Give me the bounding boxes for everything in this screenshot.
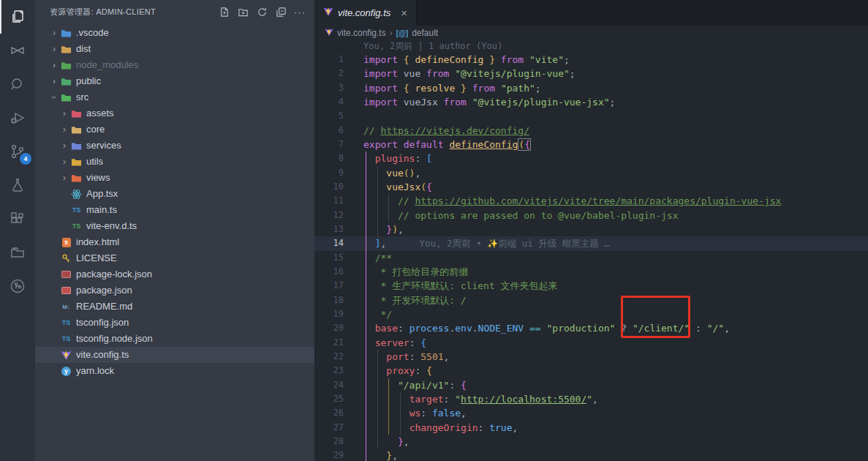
code-line-4[interactable]: 4import vueJsx from "@vitejs/plugin-vue-…	[314, 95, 868, 109]
code-editor[interactable]: You, 2周前 | 1 author (You)1import { defin…	[314, 40, 868, 461]
tree-item-.vscode[interactable]: ›.vscode	[35, 25, 314, 41]
git-graph-icon[interactable]	[0, 269, 35, 303]
new-folder-icon[interactable]	[235, 4, 250, 19]
code-line-16[interactable]: 16 * 打包给目录的前缀	[314, 265, 868, 279]
file-explorer-icon[interactable]	[0, 236, 35, 269]
line-number[interactable]: 17	[314, 279, 344, 293]
tree-item-vite.config.ts[interactable]: vite.config.ts	[35, 347, 314, 363]
chevron-closed-icon[interactable]: ›	[48, 60, 60, 70]
chevron-closed-icon[interactable]: ›	[59, 173, 70, 183]
source-control-icon[interactable]: 4	[0, 135, 35, 168]
refresh-icon[interactable]	[254, 4, 269, 19]
code-line-18[interactable]: 18 * 开发环境默认: /	[314, 293, 868, 307]
line-number[interactable]: 11	[314, 194, 344, 208]
line-number[interactable]: 7	[314, 138, 344, 151]
tree-item-tsconfig.json[interactable]: TStsconfig.json	[35, 315, 314, 331]
tree-item-readme.md[interactable]: M↓README.md	[35, 299, 314, 315]
chevron-closed-icon[interactable]: ›	[59, 124, 70, 135]
chevron-closed-icon[interactable]: ›	[59, 140, 70, 151]
code-line-7[interactable]: 7export default defineConfig({	[314, 138, 868, 151]
line-number[interactable]: 12	[314, 209, 344, 222]
line-number[interactable]: 22	[314, 350, 344, 364]
line-number[interactable]: 29	[314, 449, 344, 461]
chevron-open-icon[interactable]: ›	[49, 91, 59, 103]
line-number[interactable]: 26	[314, 406, 344, 420]
code-line-25[interactable]: 25 target: "http://localhost:5500/",	[314, 392, 868, 406]
line-number[interactable]: 28	[314, 435, 344, 449]
test-beaker-icon[interactable]	[0, 168, 35, 202]
line-number[interactable]: 1	[314, 53, 344, 67]
code-line-22[interactable]: 22 port: 5501,	[314, 350, 868, 364]
tree-item-services[interactable]: ›services	[35, 138, 314, 154]
code-line-19[interactable]: 19 */	[314, 307, 868, 321]
chevron-closed-icon[interactable]: ›	[48, 76, 60, 86]
more-actions-icon[interactable]: ···	[293, 4, 307, 19]
code-line-13[interactable]: 13 }),	[314, 222, 868, 236]
code-line-5[interactable]: 5	[314, 109, 868, 123]
line-number[interactable]: 27	[314, 421, 344, 435]
tree-item-src[interactable]: ›src	[35, 89, 314, 105]
code-line-14[interactable]: 14 ], You, 2周前 • ✨前端 ui 升级 暗黑主题 …	[314, 236, 868, 250]
tree-item-index.html[interactable]: 5index.html	[35, 234, 314, 250]
line-number[interactable]: 14	[314, 236, 344, 250]
chevron-closed-icon[interactable]: ›	[48, 44, 60, 54]
tree-item-views[interactable]: ›views	[35, 170, 314, 186]
extensions-icon[interactable]	[0, 202, 35, 236]
code-line-2[interactable]: 2import vue from "@vitejs/plugin-vue";	[314, 67, 868, 80]
line-number[interactable]: 8	[314, 151, 344, 165]
line-number[interactable]: 16	[314, 265, 344, 279]
chevron-closed-icon[interactable]: ›	[59, 157, 70, 167]
code-line-27[interactable]: 27 changeOrigin: true,	[314, 421, 868, 435]
tree-item-utils[interactable]: ›utils	[35, 154, 314, 170]
tree-item-license[interactable]: LICENSE	[35, 250, 314, 266]
new-file-icon[interactable]	[216, 4, 231, 19]
line-number[interactable]: 21	[314, 336, 344, 350]
chevron-closed-icon[interactable]: ›	[48, 28, 60, 38]
line-number[interactable]: 18	[314, 293, 344, 307]
tree-item-dist[interactable]: ›dist	[35, 41, 314, 57]
tree-item-tsconfig.node.json[interactable]: TStsconfig.node.json	[35, 331, 314, 347]
line-number[interactable]: 25	[314, 392, 344, 406]
line-number[interactable]: 3	[314, 81, 344, 95]
infinity-icon[interactable]	[0, 34, 35, 67]
line-number[interactable]: 19	[314, 307, 344, 321]
code-line-3[interactable]: 3import { resolve } from "path";	[314, 81, 868, 95]
code-line-11[interactable]: 11 // https://github.com/vitejs/vite/tre…	[314, 194, 868, 208]
code-line-8[interactable]: 8 plugins: [	[314, 151, 868, 165]
code-line-9[interactable]: 9 vue(),	[314, 166, 868, 180]
tree-item-package.json[interactable]: package.json	[35, 282, 314, 299]
tree-item-yarn.lock[interactable]: yyarn.lock	[35, 363, 314, 379]
code-line-6[interactable]: 6// https://vitejs.dev/config/	[314, 124, 868, 138]
tree-item-package-lock.json[interactable]: package-lock.json	[35, 266, 314, 282]
chevron-closed-icon[interactable]: ›	[59, 108, 70, 119]
tree-item-public[interactable]: ›public	[35, 73, 314, 89]
tree-item-assets[interactable]: ›assets	[35, 105, 314, 121]
line-number[interactable]: 23	[314, 364, 344, 378]
line-number[interactable]: 13	[314, 222, 344, 236]
code-line-10[interactable]: 10 vueJsx({	[314, 180, 868, 194]
line-number[interactable]: 2	[314, 67, 344, 80]
line-number[interactable]: 6	[314, 124, 344, 138]
tab-vite-config[interactable]: vite.config.ts ×	[314, 0, 417, 26]
collapse-folders-icon[interactable]	[273, 4, 288, 19]
run-debug-icon[interactable]	[0, 101, 35, 135]
code-line-29[interactable]: 29 },	[314, 449, 868, 461]
line-number[interactable]: 15	[314, 251, 344, 265]
breadcrumb-file[interactable]: vite.config.ts	[337, 28, 386, 38]
search-icon[interactable]	[0, 67, 35, 101]
tree-item-core[interactable]: ›core	[35, 121, 314, 138]
code-line-23[interactable]: 23 proxy: {	[314, 364, 868, 378]
tree-item-vite-env.d.ts[interactable]: TSvite-env.d.ts	[35, 218, 314, 234]
line-number[interactable]: 4	[314, 95, 344, 109]
code-line-21[interactable]: 21 server: {	[314, 336, 868, 350]
tree-item-node-modules[interactable]: ›node_modules	[35, 57, 314, 73]
line-number[interactable]: 24	[314, 378, 344, 392]
tree-item-main.ts[interactable]: TSmain.ts	[35, 202, 314, 218]
code-line-26[interactable]: 26 ws: false,	[314, 406, 868, 420]
line-number[interactable]: 10	[314, 180, 344, 194]
code-line-24[interactable]: 24 "/api/v1": {	[314, 378, 868, 392]
line-number[interactable]: 9	[314, 166, 344, 180]
code-line-28[interactable]: 28 },	[314, 435, 868, 449]
tree-item-app.tsx[interactable]: App.tsx	[35, 186, 314, 202]
tab-close-icon[interactable]: ×	[399, 7, 409, 19]
